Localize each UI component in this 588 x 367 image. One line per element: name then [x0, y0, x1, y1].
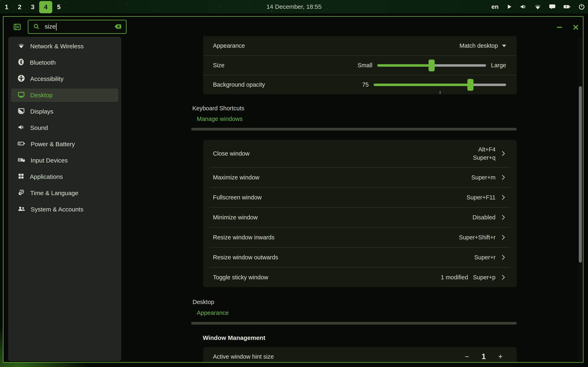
battery-icon[interactable] — [563, 3, 571, 10]
size-row: Size Small Large — [203, 55, 517, 75]
section-header-keyboard-shortcuts: Keyboard Shortcuts — [192, 105, 244, 112]
opacity-slider-handle[interactable] — [467, 79, 474, 91]
section-header-desktop: Desktop — [192, 299, 214, 305]
scrollbar-thumb[interactable] — [579, 86, 582, 263]
section-divider — [191, 322, 517, 325]
shortcut-label: Toggle sticky window — [213, 274, 268, 281]
shortcut-label: Maximize window — [213, 174, 259, 181]
shortcut-row-minimize-window[interactable]: Minimize window Disabled — [209, 207, 511, 227]
shortcut-row-resize-window-outwards[interactable]: Resize window outwards Super+r — [209, 247, 511, 267]
battery-icon — [17, 140, 25, 149]
opacity-slider-track[interactable] — [374, 83, 506, 86]
sidebar-item-network-wireless[interactable]: Network & Wireless — [11, 40, 118, 53]
sidebar-collapse-icon[interactable] — [13, 23, 21, 31]
dock-settings-card: Appearance Match desktop Size Small Larg… — [203, 36, 517, 94]
active-window-hint-size-row: Active window hint size − 1 + — [203, 347, 517, 363]
decrement-button[interactable]: − — [463, 352, 471, 361]
search-icon — [33, 23, 40, 31]
settings-sidebar: Network & Wireless Bluetooth Accessibili… — [8, 37, 121, 361]
sidebar-item-applications[interactable]: Applications — [11, 170, 118, 184]
shortcut-label: Fullscreen window — [213, 194, 262, 201]
size-min-label: Small — [357, 62, 372, 69]
shortcut-label: Close window — [213, 150, 250, 157]
titlebar[interactable]: size — [3, 17, 583, 36]
appearance-row[interactable]: Appearance Match desktop — [203, 36, 517, 55]
sidebar-item-label: System & Accounts — [31, 206, 83, 213]
modified-badge: 1 modified — [441, 273, 468, 281]
volume-icon[interactable] — [520, 3, 527, 10]
opacity-slider[interactable] — [374, 79, 506, 91]
sidebar-item-displays[interactable]: Displays — [11, 105, 118, 118]
media-play-icon[interactable] — [506, 3, 512, 10]
shortcut-label: Resize window inwards — [213, 234, 274, 241]
appearance-link[interactable]: Appearance — [197, 309, 229, 316]
size-slider[interactable] — [377, 59, 486, 71]
wifi-icon — [17, 42, 25, 51]
workspace-button-5[interactable]: 5 — [52, 1, 65, 13]
sidebar-item-sound[interactable]: Sound — [11, 121, 118, 134]
sound-icon — [17, 124, 25, 132]
close-button[interactable] — [571, 23, 580, 32]
sidebar-item-accessibility[interactable]: Accessibility — [11, 72, 118, 86]
increment-button[interactable]: + — [497, 352, 504, 361]
shortcut-row-close-window[interactable]: Close window Alt+F4Super+q — [209, 140, 511, 167]
sidebar-item-label: Input Devices — [31, 157, 68, 164]
size-slider-handle[interactable] — [429, 59, 435, 71]
wallpaper-stars — [0, 0, 0, 0]
workspace-button-3[interactable]: 3 — [26, 1, 39, 13]
size-max-label: Large — [491, 62, 506, 69]
appearance-dropdown[interactable]: Match desktop — [459, 42, 506, 49]
users-icon — [17, 205, 25, 214]
desktop-monitor-icon — [17, 91, 25, 100]
sidebar-item-desktop-selected[interactable]: Desktop — [11, 89, 118, 102]
sidebar-item-label: Applications — [30, 173, 63, 180]
power-icon[interactable] — [578, 3, 585, 10]
sidebar-item-system-accounts[interactable]: System & Accounts — [11, 203, 118, 216]
workspace-button-1[interactable]: 1 — [0, 1, 13, 13]
manage-windows-link[interactable]: Manage windows — [197, 116, 242, 122]
window-management-card: Active window hint size − 1 + — [203, 347, 517, 363]
sidebar-item-label: Sound — [30, 124, 48, 131]
sidebar-item-label: Displays — [30, 108, 53, 115]
workspace-button-4-active[interactable]: 4 — [39, 1, 52, 13]
chevron-right-icon — [501, 214, 506, 221]
keyboard-layout-indicator[interactable]: en — [492, 3, 499, 10]
wifi-icon[interactable] — [534, 3, 541, 10]
opacity-default-tick — [440, 91, 440, 94]
sidebar-item-label: Desktop — [30, 92, 53, 99]
chevron-right-icon — [501, 254, 506, 261]
workspace-switcher: 1 2 3 4 5 — [0, 0, 65, 13]
shortcuts-card: Close window Alt+F4Super+q Maximize wind… — [203, 140, 517, 287]
sidebar-item-label: Power & Battery — [31, 141, 75, 148]
sidebar-item-label: Bluetooth — [30, 59, 56, 66]
shortcut-row-maximize-window[interactable]: Maximize window Super+m — [209, 167, 511, 187]
clear-search-icon[interactable] — [114, 23, 122, 31]
chevron-right-icon — [501, 234, 506, 241]
sidebar-item-label: Accessibility — [30, 75, 63, 82]
section-divider — [191, 128, 517, 131]
sidebar-item-power-battery[interactable]: Power & Battery — [11, 137, 118, 151]
active-window-hint-size-label: Active window hint size — [213, 353, 274, 360]
size-slider-track[interactable] — [377, 64, 486, 67]
minimize-button[interactable] — [555, 23, 564, 32]
sidebar-item-label: Network & Wireless — [30, 43, 84, 50]
workspace-button-2[interactable]: 2 — [13, 1, 26, 13]
shortcut-row-toggle-sticky-window[interactable]: Toggle sticky window 1 modified Super+p — [209, 267, 511, 287]
notifications-chat-icon[interactable] — [549, 3, 556, 10]
appearance-dropdown-value: Match desktop — [459, 42, 498, 49]
hint-size-stepper: − 1 + — [463, 352, 504, 361]
shortcut-row-resize-window-inwards[interactable]: Resize window inwards Super+Shift+r — [209, 227, 511, 247]
sidebar-item-input-devices[interactable]: Input Devices — [11, 154, 118, 167]
settings-window: size Network & Wireless Bluetooth Access… — [3, 16, 584, 363]
search-input[interactable]: size — [28, 20, 127, 34]
text-caret — [56, 23, 57, 31]
shortcut-row-fullscreen-window[interactable]: Fullscreen window Super+F11 — [209, 187, 511, 207]
keyboard-mouse-icon — [17, 156, 25, 165]
search-value: size — [45, 23, 114, 31]
chevron-right-icon — [501, 194, 506, 201]
shortcut-label: Resize window outwards — [213, 254, 278, 261]
sidebar-item-bluetooth[interactable]: Bluetooth — [11, 56, 118, 69]
chevron-down-icon — [502, 45, 506, 47]
window-management-heading: Window Management — [203, 334, 265, 341]
sidebar-item-time-language[interactable]: Time & Language — [11, 186, 118, 200]
